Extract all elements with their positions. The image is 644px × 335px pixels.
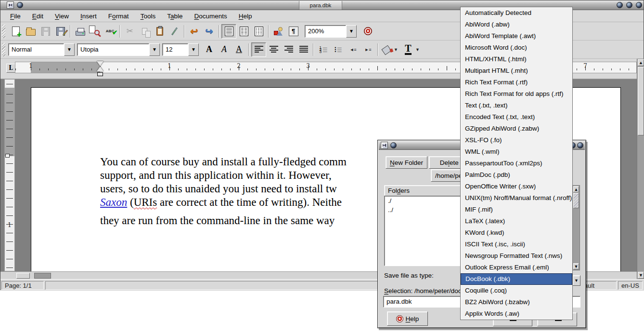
files-scroll-up-arrow[interactable]: ▲: [573, 186, 579, 192]
file-type-option[interactable]: ISCII Text (.isc, .iscii): [461, 239, 572, 250]
format-painter-button[interactable]: [167, 24, 182, 39]
text-line[interactable]: You can of course buy and install a full…: [100, 155, 347, 169]
font-color-button[interactable]: T: [402, 42, 414, 57]
file-type-combo-arrow[interactable]: ▼: [572, 275, 580, 286]
document-text[interactable]: You can of course buy and install a full…: [100, 155, 347, 228]
file-type-option[interactable]: Outlook Express Email (.eml): [461, 262, 572, 273]
bullet-list-button[interactable]: • —• —• —: [331, 42, 346, 57]
text-line[interactable]: Saxon (URIs are correct at the time of w…: [100, 196, 347, 209]
file-type-option[interactable]: Text (.txt, .text): [461, 100, 572, 111]
menu-insert[interactable]: Insert: [76, 11, 102, 21]
file-type-option[interactable]: MIF (.mif): [461, 204, 572, 215]
files-list-scrollbar[interactable]: ▲ ▼: [572, 185, 580, 270]
underline-button[interactable]: A: [232, 42, 246, 57]
two-column-view-button[interactable]: [236, 24, 251, 39]
file-type-option[interactable]: PalmDoc (.pdb): [461, 169, 572, 181]
vertical-scrollbar[interactable]: ▲ ▼: [637, 59, 644, 279]
text-line[interactable]: users, so to do this unaided you just ne…: [100, 182, 347, 196]
toolbar-grip[interactable]: [2, 43, 5, 56]
undo-button[interactable]: ↩: [187, 24, 202, 39]
decrease-indent-button[interactable]: ◄≡: [346, 42, 361, 57]
toolbar-grip[interactable]: [2, 25, 5, 38]
scroll-up-arrow[interactable]: ▲: [638, 59, 644, 66]
file-type-popup[interactable]: Automatically DetectedAbiWord (.abw)AbiW…: [460, 7, 573, 320]
misspelled-word[interactable]: URIs: [134, 196, 157, 208]
menu-file[interactable]: File: [5, 11, 26, 21]
file-type-option[interactable]: Coquille (.coq): [461, 285, 572, 296]
align-left-button[interactable]: [251, 42, 266, 57]
file-type-option[interactable]: Microsoft Word (.doc): [461, 42, 572, 54]
font-size-combo[interactable]: 12 ▼: [162, 43, 199, 56]
bold-button[interactable]: A: [202, 42, 217, 57]
three-column-view-button[interactable]: [251, 24, 266, 39]
file-type-option[interactable]: Newsgroup Formatted Text (.nws): [461, 250, 572, 262]
highlight-color-dropdown-arrow[interactable]: ▼: [394, 47, 398, 52]
file-type-option[interactable]: BZ2 AbiWord (.bzabw): [461, 296, 572, 308]
close-button[interactable]: [636, 2, 642, 8]
file-type-option[interactable]: HTML/XHTML (.html): [461, 54, 572, 65]
file-type-option[interactable]: Automatically Detected: [461, 7, 572, 19]
open-button[interactable]: [23, 24, 38, 39]
files-scroll-down-arrow[interactable]: ▼: [573, 263, 579, 269]
dialog-window-menu-button[interactable]: [390, 142, 397, 148]
file-type-option[interactable]: DocBook (.dbk): [461, 273, 572, 285]
style-value[interactable]: Normal: [8, 43, 64, 56]
zoom-value[interactable]: 200%: [305, 25, 346, 38]
font-dropdown-arrow[interactable]: ▼: [149, 43, 160, 56]
print-button[interactable]: [73, 24, 88, 39]
folder-item[interactable]: ../: [385, 205, 473, 214]
file-type-option[interactable]: Rich Text Format for old apps (.rtf): [461, 88, 572, 100]
file-type-option[interactable]: Multipart HTML (.mht): [461, 65, 572, 77]
font-combo[interactable]: Utopia ▼: [77, 43, 160, 56]
file-type-option[interactable]: LaTeX (.latex): [461, 215, 572, 227]
redo-button[interactable]: ↪: [202, 24, 217, 39]
paste-button[interactable]: [152, 24, 167, 39]
save-button[interactable]: [38, 24, 53, 39]
file-type-option[interactable]: WML (.wml): [461, 146, 572, 158]
font-size-dropdown-arrow[interactable]: ▼: [188, 43, 199, 56]
left-indent-marker[interactable]: [97, 67, 103, 71]
style-combo[interactable]: Normal ▼: [8, 43, 75, 56]
file-type-option[interactable]: KWord (.kwd): [461, 227, 572, 239]
file-type-option[interactable]: GZipped AbiWord (.zabw): [461, 123, 572, 134]
increase-indent-button[interactable]: ►≡: [361, 42, 375, 57]
horizontal-scrollbar-thumb[interactable]: [16, 273, 30, 279]
zoom-combo[interactable]: 200% ▼: [305, 25, 357, 38]
insert-image-button[interactable]: [271, 24, 286, 39]
one-column-view-button[interactable]: [221, 24, 236, 39]
justify-button[interactable]: [296, 42, 311, 57]
style-dropdown-arrow[interactable]: ▼: [64, 43, 75, 56]
spellcheck-button[interactable]: ABC: [103, 24, 117, 39]
dialog-help-button[interactable]: Help: [387, 311, 428, 326]
highlight-color-button[interactable]: [380, 42, 393, 57]
menu-tools[interactable]: Tools: [136, 11, 161, 21]
file-type-option[interactable]: AbiWord (.abw): [461, 19, 572, 30]
scroll-down-arrow[interactable]: ▼: [638, 272, 644, 279]
print-preview-button[interactable]: [88, 24, 103, 39]
save-as-button[interactable]: [53, 24, 68, 39]
font-color-dropdown-arrow[interactable]: ▼: [415, 47, 420, 52]
new-folder-button[interactable]: New Folder: [386, 156, 427, 169]
numbered-list-button[interactable]: 1 —2 —3 —: [316, 42, 331, 57]
align-right-button[interactable]: [281, 42, 296, 57]
text-line[interactable]: they are run from the command-line in th…: [100, 214, 347, 228]
file-type-option[interactable]: Rich Text Format (.rtf): [461, 77, 572, 88]
tab-stop-selector-button[interactable]: L: [6, 64, 15, 73]
font-size-value[interactable]: 12: [162, 43, 188, 56]
show-formatting-button[interactable]: ¶: [286, 24, 301, 39]
menu-help[interactable]: Help: [234, 11, 257, 21]
minimize-button[interactable]: [617, 2, 623, 8]
dialog-close-button[interactable]: [577, 142, 583, 148]
file-type-option[interactable]: Encoded Text (.txt, .text): [461, 111, 572, 123]
hyperlink[interactable]: Saxon: [100, 196, 127, 208]
menu-edit[interactable]: Edit: [27, 11, 48, 21]
file-type-option[interactable]: UNIX(tm) Nroff/Manual format (.nroff): [461, 192, 572, 204]
vertical-scrollbar-thumb[interactable]: [638, 67, 644, 135]
folder-item[interactable]: ./: [385, 196, 473, 205]
file-type-option[interactable]: Applix Words (.aw): [461, 308, 572, 320]
files-scrollbar-thumb[interactable]: [573, 193, 579, 208]
top-margin-marker[interactable]: [5, 154, 10, 158]
first-line-indent-marker[interactable]: [97, 61, 103, 66]
align-center-button[interactable]: [266, 42, 281, 57]
window-menu-button[interactable]: [17, 2, 23, 8]
